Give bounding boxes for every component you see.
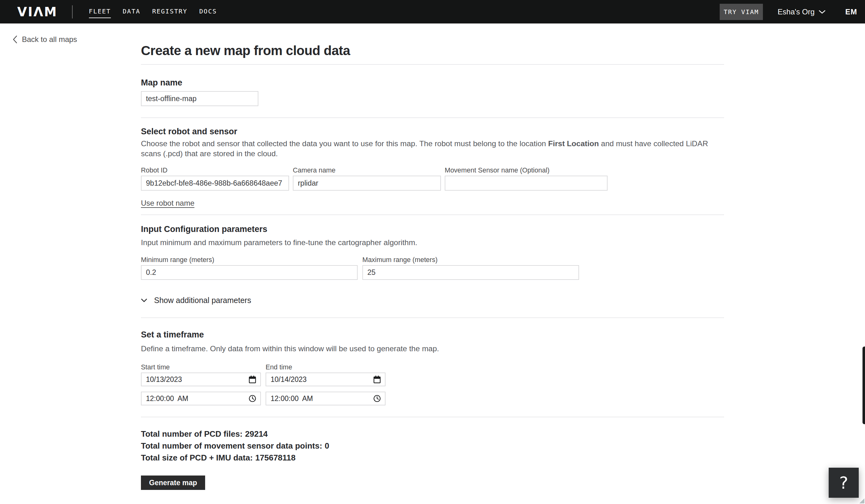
total-data-size: Total size of PCD + IMU data:175678118 xyxy=(141,452,724,464)
calendar-icon[interactable] xyxy=(249,375,256,384)
nav-item-data[interactable]: DATA xyxy=(123,5,140,18)
primary-nav: FLEET DATA REGISTRY DOCS xyxy=(89,5,217,18)
resize-grip-icon xyxy=(860,499,864,503)
scrollbar-thumb[interactable] xyxy=(863,347,865,424)
chevron-down-icon xyxy=(141,298,147,302)
movement-sensor-field: Movement Sensor name (Optional) xyxy=(445,166,608,191)
min-range-field: Minimum range (meters) xyxy=(141,256,358,280)
range-fields-row: Minimum range (meters) Maximum range (me… xyxy=(141,256,724,280)
start-time-label: Start time xyxy=(141,363,261,371)
camera-name-field: Camera name xyxy=(293,166,441,191)
max-range-label: Maximum range (meters) xyxy=(362,256,579,264)
max-range-input[interactable] xyxy=(362,265,579,280)
try-viam-button[interactable]: TRY VIAM xyxy=(720,4,763,20)
start-time-input[interactable]: 12:00:00 AM xyxy=(141,391,261,406)
total-movement-points: Total number of movement sensor data poi… xyxy=(141,440,724,452)
chevron-down-icon xyxy=(819,10,826,14)
nav-right: TRY VIAM Esha's Org EM xyxy=(720,4,865,20)
page-title: Create a new map from cloud data xyxy=(141,44,724,58)
max-range-field: Maximum range (meters) xyxy=(362,256,579,280)
main-content: Create a new map from cloud data Map nam… xyxy=(141,23,724,490)
end-time-input[interactable]: 12:00:00 AM xyxy=(266,391,385,406)
chevron-left-icon xyxy=(12,35,18,44)
org-name: Esha's Org xyxy=(777,8,815,16)
movement-sensor-input[interactable] xyxy=(445,176,608,191)
nav-item-docs[interactable]: DOCS xyxy=(199,5,217,18)
end-time-column: End time 10/14/2023 xyxy=(266,363,385,406)
end-date-input[interactable]: 10/14/2023 xyxy=(266,373,385,386)
location-name: First Location xyxy=(548,139,599,148)
use-robot-name-link[interactable]: Use robot name xyxy=(141,199,195,208)
map-name-section: Map name xyxy=(141,65,724,117)
robot-sensor-description: Choose the robot and sensor that collect… xyxy=(141,139,724,159)
camera-name-label: Camera name xyxy=(293,166,441,174)
nav-divider xyxy=(72,5,73,19)
timeframe-heading: Set a timeframe xyxy=(141,329,724,340)
timeframe-grid: Start time 10/13/2023 xyxy=(141,363,724,406)
camera-name-input[interactable] xyxy=(293,176,441,191)
totals-section: Total number of PCD files:29214 Total nu… xyxy=(141,417,724,490)
page: VIΛM FLEET DATA REGISTRY DOCS TRY VIAM E… xyxy=(0,0,865,504)
total-pcd-files: Total number of PCD files:29214 xyxy=(141,428,724,440)
robot-id-label: Robot ID xyxy=(141,166,289,174)
robot-id-input[interactable] xyxy=(141,176,289,191)
generate-map-button[interactable]: Generate map xyxy=(141,476,205,490)
map-name-input[interactable] xyxy=(141,91,258,106)
min-range-label: Minimum range (meters) xyxy=(141,256,358,264)
back-link[interactable]: Back to all maps xyxy=(12,35,77,44)
clock-icon[interactable] xyxy=(249,395,256,402)
config-params-heading: Input Configuration parameters xyxy=(141,224,724,234)
start-time-value: 12:00:00 AM xyxy=(146,395,249,403)
end-time-value: 12:00:00 AM xyxy=(270,395,373,403)
movement-sensor-label: Movement Sensor name (Optional) xyxy=(445,166,608,174)
end-date-value: 10/14/2023 xyxy=(270,375,373,384)
viam-logo[interactable]: VIΛM xyxy=(17,5,58,19)
show-additional-parameters-label: Show additional parameters xyxy=(154,295,251,305)
help-button[interactable]: ? xyxy=(829,468,859,498)
min-range-input[interactable] xyxy=(141,265,358,280)
org-switcher[interactable]: Esha's Org xyxy=(777,8,826,16)
end-time-label: End time xyxy=(266,363,385,371)
nav-item-registry[interactable]: REGISTRY xyxy=(152,5,187,18)
robot-id-field: Robot ID xyxy=(141,166,289,191)
nav-item-fleet[interactable]: FLEET xyxy=(89,5,111,18)
show-additional-parameters-button[interactable]: Show additional parameters xyxy=(141,295,251,305)
top-nav: VIΛM FLEET DATA REGISTRY DOCS TRY VIAM E… xyxy=(0,0,865,23)
start-date-value: 10/13/2023 xyxy=(146,375,249,384)
config-params-description: Input minimum and maximum parameters to … xyxy=(141,238,724,248)
timeframe-section: Set a timeframe Define a timeframe. Only… xyxy=(141,318,724,417)
calendar-icon[interactable] xyxy=(373,375,381,384)
robot-sensor-section: Select robot and sensor Choose the robot… xyxy=(141,118,724,214)
timeframe-description: Define a timeframe. Only data from withi… xyxy=(141,344,724,354)
clock-icon[interactable] xyxy=(373,395,381,402)
start-time-column: Start time 10/13/2023 xyxy=(141,363,261,406)
config-params-section: Input Configuration parameters Input min… xyxy=(141,215,724,317)
map-name-heading: Map name xyxy=(141,77,724,88)
avatar[interactable]: EM xyxy=(845,8,857,16)
back-link-label: Back to all maps xyxy=(22,35,77,44)
robot-fields-row: Robot ID Camera name Movement Sensor nam… xyxy=(141,166,724,191)
robot-sensor-heading: Select robot and sensor xyxy=(141,126,724,137)
start-date-input[interactable]: 10/13/2023 xyxy=(141,373,261,386)
